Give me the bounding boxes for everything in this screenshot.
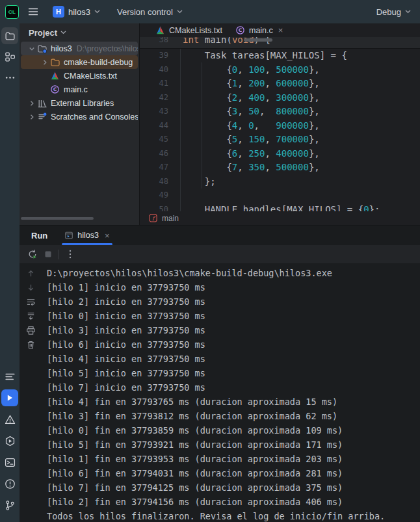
line-number: 46	[140, 147, 168, 161]
more-vertical-button[interactable]	[65, 249, 75, 259]
run-toolbar	[20, 245, 420, 263]
tree-item-scratches-and-consoles[interactable]: Scratches and Consoles	[21, 110, 138, 124]
project-panel-title: Project	[29, 28, 57, 38]
folder-icon	[49, 57, 60, 68]
build-profile-selector[interactable]: Debug	[376, 7, 411, 17]
code-line-39[interactable]: 39 Task tareas[MAX_HILOS] = {	[140, 49, 420, 63]
run-tab-label: hilos3	[77, 231, 99, 240]
svg-text:C: C	[53, 86, 57, 92]
code-line-40[interactable]: 40 {0, 100, 500000},	[140, 63, 420, 77]
project-panel-header[interactable]: Project	[20, 23, 139, 42]
chevron-down-icon[interactable]	[27, 46, 36, 52]
c-file-icon: C	[49, 85, 60, 94]
services-icon	[5, 436, 16, 447]
close-tab-icon[interactable]: ×	[278, 25, 283, 35]
chevron-right-icon[interactable]	[27, 100, 36, 107]
run-tab-hilos3[interactable]: hilos3 ×	[62, 226, 112, 245]
stripe-button-project-folder-tool[interactable]	[1, 27, 18, 44]
print-button[interactable]	[26, 326, 36, 335]
tree-item-label: main.c	[64, 85, 88, 94]
code-text: {7, 350, 500000},	[168, 161, 320, 175]
sticky-line: 38int main(void) {	[140, 37, 420, 49]
code-text: {4, 0, 900000},	[168, 119, 320, 133]
console-line: [hilo 6] fin en 37794031 ms (duracion ap…	[47, 466, 415, 480]
code-line-44[interactable]: 44 {4, 0, 900000},	[140, 119, 420, 133]
code-line-48[interactable]: 48 };	[140, 175, 420, 189]
cmake-icon	[155, 25, 165, 35]
lines-icon	[5, 371, 16, 382]
exclamation-circle-icon	[5, 478, 16, 489]
console-line: [hilo 5] inicio en 37793750 ms	[47, 366, 415, 380]
tree-item-cmake-build-debug[interactable]: cmake-build-debug	[21, 55, 138, 69]
indent-guide	[180, 49, 181, 211]
soft-wrap-button[interactable]	[26, 297, 36, 307]
tab-cmakelists[interactable]: CMakeLists.txt	[149, 23, 229, 37]
git-branch-icon	[5, 500, 16, 511]
code-line-50[interactable]: 50 HANDLE handles[MAX_HILOS] = {0};	[140, 203, 420, 212]
clear-button[interactable]	[26, 340, 36, 350]
active-tab-indicator	[244, 38, 272, 42]
code-line-41[interactable]: 41 {1, 200, 600000},	[140, 77, 420, 91]
close-tab-icon[interactable]: ×	[105, 231, 110, 241]
tree-item-label: cmake-build-debug	[64, 58, 133, 67]
clion-logo-icon[interactable]: CL	[5, 5, 19, 19]
code-editor: CMakeLists.txt C main.c × 38int main(voi…	[140, 23, 420, 225]
tree-item-cmakelists-txt[interactable]: CMakeLists.txt	[21, 69, 138, 83]
code-line-46[interactable]: 46 {6, 250, 400000},	[140, 147, 420, 161]
stripe-button-git-branch[interactable]	[1, 497, 18, 514]
rerun-button[interactable]	[27, 249, 38, 259]
code-text: {1, 200, 600000},	[168, 77, 320, 91]
stripe-button-terminal[interactable]	[1, 454, 18, 471]
svg-text:f: f	[152, 215, 156, 222]
stripe-button-more-tools[interactable]	[1, 69, 18, 86]
breadcrumb-item[interactable]: main	[162, 214, 179, 223]
hamburger-menu-icon[interactable]	[28, 7, 38, 16]
console-line: [hilo 6] inicio en 37793750 ms	[47, 337, 415, 352]
tree-item-external-libraries[interactable]: External Libraries	[21, 96, 138, 110]
structure-icon	[5, 51, 16, 62]
version-control-menu[interactable]: Version control	[117, 7, 183, 17]
project-selector-label: hilos3	[68, 7, 90, 17]
console-line: [hilo 1] inicio en 37793750 ms	[47, 280, 415, 294]
tree-item-hilos3[interactable]: hilos3D:\proyectos\hilos\h	[21, 42, 138, 55]
line-number: 47	[140, 161, 168, 175]
console-line: [hilo 0] inicio en 37793750 ms	[47, 309, 415, 323]
console-line: Todos los hilos finalizaron. Revisa el l…	[47, 509, 415, 522]
horizontal-scrollbar[interactable]	[21, 217, 94, 220]
tree-item-main-c[interactable]: Cmain.c	[21, 83, 138, 96]
chevron-right-icon[interactable]	[27, 114, 36, 120]
chevron-down-icon	[60, 31, 66, 34]
scroll-down-button[interactable]	[26, 283, 36, 293]
project-folder-icon	[36, 44, 47, 54]
code-line-49[interactable]: 49	[140, 189, 420, 203]
code-text: {2, 400, 300000},	[168, 91, 320, 105]
scroll-up-button[interactable]	[26, 268, 36, 278]
stripe-button-warning-triangle[interactable]	[1, 411, 18, 428]
line-number: 44	[140, 119, 168, 133]
stop-button[interactable]	[44, 250, 53, 259]
run-tab-bar: Run hilos3 ×	[20, 226, 420, 245]
tree-item-label: hilos3	[51, 44, 72, 53]
console-toolbar	[20, 263, 42, 522]
breadcrumb: f main	[140, 211, 420, 225]
line-number: 38	[140, 37, 168, 47]
stripe-button-exclamation-circle[interactable]	[1, 475, 18, 492]
chevron-right-icon[interactable]	[40, 59, 49, 66]
stripe-button-structure[interactable]	[1, 48, 18, 65]
scroll-to-end-button[interactable]	[26, 311, 36, 321]
code-line-45[interactable]: 45 {5, 150, 700000},	[140, 133, 420, 147]
code-line-42[interactable]: 42 {2, 400, 300000},	[140, 91, 420, 105]
code-area[interactable]: 39 Task tareas[MAX_HILOS] = {40 {0, 100,…	[140, 49, 420, 211]
project-selector[interactable]: H hilos3	[53, 6, 100, 18]
libraries-icon	[36, 98, 47, 109]
code-line-47[interactable]: 47 {7, 350, 500000},	[140, 161, 420, 175]
stripe-button-lines[interactable]	[1, 368, 18, 385]
tab-main-c[interactable]: C main.c ×	[229, 23, 289, 37]
editor-tab-bar: CMakeLists.txt C main.c ×	[140, 23, 420, 37]
version-control-label: Version control	[117, 7, 173, 17]
project-folder-tool-icon	[5, 31, 16, 42]
stripe-button-services[interactable]	[1, 432, 18, 449]
code-line-43[interactable]: 43 {3, 50, 800000},	[140, 105, 420, 119]
stripe-button-run[interactable]	[1, 389, 18, 406]
console-line: [hilo 5] fin en 37793921 ms (duracion ap…	[47, 437, 415, 452]
